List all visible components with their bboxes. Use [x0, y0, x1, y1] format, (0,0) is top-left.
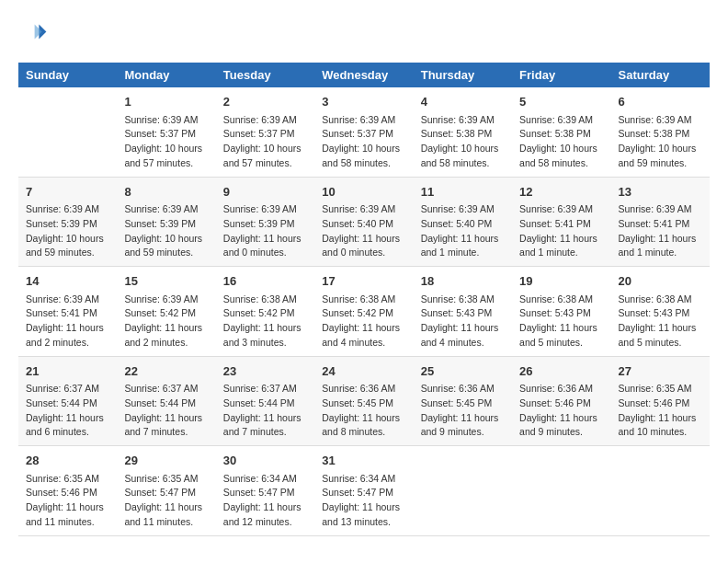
week-row-1: 1Sunrise: 6:39 AMSunset: 5:37 PMDaylight… [18, 87, 710, 177]
day-number: 12 [519, 183, 603, 201]
day-info: Sunrise: 6:39 AMSunset: 5:39 PMDaylight:… [26, 202, 109, 260]
day-number: 15 [124, 272, 208, 291]
week-row-3: 14Sunrise: 6:39 AMSunset: 5:41 PMDayligh… [18, 267, 710, 357]
logo [18, 18, 51, 48]
week-row-4: 21Sunrise: 6:37 AMSunset: 5:44 PMDayligh… [18, 356, 710, 446]
day-number: 30 [223, 452, 307, 470]
logo-icon [18, 18, 48, 48]
calendar-cell: 6Sunrise: 6:39 AMSunset: 5:38 PMDaylight… [611, 87, 710, 177]
day-info: Sunrise: 6:39 AMSunset: 5:38 PMDaylight:… [619, 113, 702, 171]
day-info: Sunrise: 6:39 AMSunset: 5:41 PMDaylight:… [519, 202, 603, 260]
day-number: 13 [619, 183, 702, 201]
day-info: Sunrise: 6:35 AMSunset: 5:46 PMDaylight:… [26, 472, 109, 530]
day-number: 21 [26, 362, 109, 381]
day-info: Sunrise: 6:39 AMSunset: 5:37 PMDaylight:… [223, 113, 307, 171]
calendar-cell: 20Sunrise: 6:38 AMSunset: 5:43 PMDayligh… [611, 267, 710, 357]
day-number: 23 [223, 362, 307, 381]
day-number: 18 [421, 272, 505, 291]
day-info: Sunrise: 6:36 AMSunset: 5:45 PMDaylight:… [322, 382, 405, 440]
calendar-cell [18, 87, 117, 177]
day-info: Sunrise: 6:35 AMSunset: 5:47 PMDaylight:… [124, 472, 208, 530]
calendar-cell [512, 446, 610, 536]
day-number: 6 [619, 93, 702, 111]
calendar-cell: 21Sunrise: 6:37 AMSunset: 5:44 PMDayligh… [18, 356, 117, 446]
calendar-table: SundayMondayTuesdayWednesdayThursdayFrid… [18, 63, 710, 536]
day-info: Sunrise: 6:38 AMSunset: 5:43 PMDaylight:… [421, 293, 505, 350]
day-info: Sunrise: 6:36 AMSunset: 5:46 PMDaylight:… [519, 382, 603, 440]
calendar-cell: 24Sunrise: 6:36 AMSunset: 5:45 PMDayligh… [314, 356, 413, 446]
day-info: Sunrise: 6:38 AMSunset: 5:42 PMDaylight:… [223, 293, 307, 350]
day-number: 22 [124, 362, 208, 381]
calendar-cell: 29Sunrise: 6:35 AMSunset: 5:47 PMDayligh… [117, 446, 215, 536]
day-number: 20 [619, 272, 702, 291]
calendar-cell: 3Sunrise: 6:39 AMSunset: 5:37 PMDaylight… [314, 87, 413, 177]
day-info: Sunrise: 6:39 AMSunset: 5:38 PMDaylight:… [421, 113, 505, 171]
day-info: Sunrise: 6:39 AMSunset: 5:38 PMDaylight:… [519, 113, 603, 171]
calendar-cell: 10Sunrise: 6:39 AMSunset: 5:40 PMDayligh… [314, 177, 413, 267]
day-number: 4 [421, 93, 505, 111]
calendar-cell: 26Sunrise: 6:36 AMSunset: 5:46 PMDayligh… [512, 356, 610, 446]
calendar-cell [611, 446, 710, 536]
day-number: 29 [124, 452, 208, 470]
day-number: 28 [26, 452, 109, 470]
calendar-cell [414, 446, 512, 536]
calendar-cell: 23Sunrise: 6:37 AMSunset: 5:44 PMDayligh… [216, 356, 314, 446]
page-header [18, 18, 710, 48]
day-info: Sunrise: 6:35 AMSunset: 5:46 PMDaylight:… [619, 382, 702, 440]
day-info: Sunrise: 6:37 AMSunset: 5:44 PMDaylight:… [124, 382, 208, 440]
week-row-5: 28Sunrise: 6:35 AMSunset: 5:46 PMDayligh… [18, 446, 710, 536]
day-info: Sunrise: 6:39 AMSunset: 5:42 PMDaylight:… [124, 293, 208, 350]
day-number: 31 [322, 452, 405, 470]
day-number: 24 [322, 362, 405, 381]
day-number: 1 [124, 93, 208, 111]
calendar-cell: 28Sunrise: 6:35 AMSunset: 5:46 PMDayligh… [18, 446, 117, 536]
day-info: Sunrise: 6:39 AMSunset: 5:39 PMDaylight:… [223, 202, 307, 260]
day-info: Sunrise: 6:39 AMSunset: 5:37 PMDaylight:… [322, 113, 405, 171]
calendar-header-row: SundayMondayTuesdayWednesdayThursdayFrid… [18, 63, 710, 87]
calendar-cell: 4Sunrise: 6:39 AMSunset: 5:38 PMDaylight… [414, 87, 512, 177]
calendar-cell: 31Sunrise: 6:34 AMSunset: 5:47 PMDayligh… [314, 446, 413, 536]
day-info: Sunrise: 6:38 AMSunset: 5:42 PMDaylight:… [322, 293, 405, 350]
day-header-wednesday: Wednesday [314, 63, 413, 87]
day-number: 17 [322, 272, 405, 291]
calendar-cell: 22Sunrise: 6:37 AMSunset: 5:44 PMDayligh… [117, 356, 215, 446]
day-info: Sunrise: 6:39 AMSunset: 5:41 PMDaylight:… [619, 202, 702, 260]
day-number: 2 [223, 93, 307, 111]
day-number: 8 [124, 183, 208, 201]
day-info: Sunrise: 6:38 AMSunset: 5:43 PMDaylight:… [619, 293, 702, 350]
day-header-thursday: Thursday [414, 63, 512, 87]
day-number: 19 [519, 272, 603, 291]
day-number: 5 [519, 93, 603, 111]
day-number: 9 [223, 183, 307, 201]
calendar-cell: 14Sunrise: 6:39 AMSunset: 5:41 PMDayligh… [18, 267, 117, 357]
calendar-cell: 19Sunrise: 6:38 AMSunset: 5:43 PMDayligh… [512, 267, 610, 357]
day-header-saturday: Saturday [611, 63, 710, 87]
calendar-cell: 17Sunrise: 6:38 AMSunset: 5:42 PMDayligh… [314, 267, 413, 357]
day-number: 26 [519, 362, 603, 381]
day-number: 3 [322, 93, 405, 111]
day-header-tuesday: Tuesday [216, 63, 314, 87]
day-number: 10 [322, 183, 405, 201]
calendar-cell: 25Sunrise: 6:36 AMSunset: 5:45 PMDayligh… [414, 356, 512, 446]
calendar-cell: 27Sunrise: 6:35 AMSunset: 5:46 PMDayligh… [611, 356, 710, 446]
day-number: 25 [421, 362, 505, 381]
calendar-cell: 7Sunrise: 6:39 AMSunset: 5:39 PMDaylight… [18, 177, 117, 267]
day-info: Sunrise: 6:36 AMSunset: 5:45 PMDaylight:… [421, 382, 505, 440]
day-info: Sunrise: 6:39 AMSunset: 5:41 PMDaylight:… [26, 293, 109, 350]
calendar-cell: 30Sunrise: 6:34 AMSunset: 5:47 PMDayligh… [216, 446, 314, 536]
calendar-cell: 1Sunrise: 6:39 AMSunset: 5:37 PMDaylight… [117, 87, 215, 177]
day-info: Sunrise: 6:39 AMSunset: 5:37 PMDaylight:… [124, 113, 208, 171]
calendar-cell: 12Sunrise: 6:39 AMSunset: 5:41 PMDayligh… [512, 177, 610, 267]
calendar-cell: 13Sunrise: 6:39 AMSunset: 5:41 PMDayligh… [611, 177, 710, 267]
calendar-cell: 8Sunrise: 6:39 AMSunset: 5:39 PMDaylight… [117, 177, 215, 267]
day-header-friday: Friday [512, 63, 610, 87]
day-number: 16 [223, 272, 307, 291]
calendar-cell: 11Sunrise: 6:39 AMSunset: 5:40 PMDayligh… [414, 177, 512, 267]
calendar-cell: 16Sunrise: 6:38 AMSunset: 5:42 PMDayligh… [216, 267, 314, 357]
day-info: Sunrise: 6:34 AMSunset: 5:47 PMDaylight:… [223, 472, 307, 530]
day-info: Sunrise: 6:39 AMSunset: 5:40 PMDaylight:… [322, 202, 405, 260]
day-number: 27 [619, 362, 702, 381]
calendar-cell: 18Sunrise: 6:38 AMSunset: 5:43 PMDayligh… [414, 267, 512, 357]
day-number: 11 [421, 183, 505, 201]
calendar-cell: 9Sunrise: 6:39 AMSunset: 5:39 PMDaylight… [216, 177, 314, 267]
